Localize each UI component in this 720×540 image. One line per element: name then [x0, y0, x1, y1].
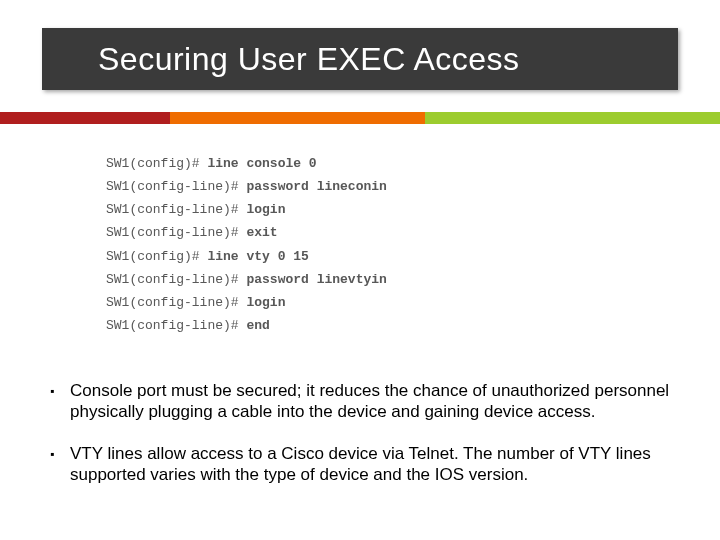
code-line: SW1(config)# line console 0: [106, 152, 660, 175]
bullet-list: ▪ Console port must be secured; it reduc…: [48, 380, 678, 505]
title-bar: Securing User EXEC Access: [42, 28, 678, 90]
bullet-item: ▪ VTY lines allow access to a Cisco devi…: [48, 443, 678, 486]
stripe-segment-green: [425, 112, 720, 124]
cli-command: login: [246, 202, 285, 217]
accent-stripe: [0, 112, 720, 124]
cli-prompt: SW1(config-line)#: [106, 225, 239, 240]
code-line: SW1(config-line)# login: [106, 198, 660, 221]
stripe-segment-orange: [170, 112, 425, 124]
cli-command: login: [246, 295, 285, 310]
code-line: SW1(config-line)# login: [106, 291, 660, 314]
bullet-text: Console port must be secured; it reduces…: [70, 380, 678, 423]
cli-command: exit: [246, 225, 277, 240]
cli-prompt: SW1(config-line)#: [106, 318, 239, 333]
bullet-square-icon: ▪: [48, 380, 70, 402]
cli-prompt: SW1(config-line)#: [106, 179, 239, 194]
cli-prompt: SW1(config)#: [106, 249, 200, 264]
bullet-text: VTY lines allow access to a Cisco device…: [70, 443, 678, 486]
cli-prompt: SW1(config-line)#: [106, 272, 239, 287]
cli-command: password lineconin: [246, 179, 386, 194]
cli-prompt: SW1(config-line)#: [106, 295, 239, 310]
code-line: SW1(config-line)# exit: [106, 221, 660, 244]
cli-command: password linevtyin: [246, 272, 386, 287]
bullet-item: ▪ Console port must be secured; it reduc…: [48, 380, 678, 423]
slide-title: Securing User EXEC Access: [98, 41, 520, 78]
code-line: SW1(config)# line vty 0 15: [106, 245, 660, 268]
cli-command: line console 0: [207, 156, 316, 171]
cli-prompt: SW1(config)#: [106, 156, 200, 171]
cli-command: end: [246, 318, 269, 333]
code-line: SW1(config-line)# password linevtyin: [106, 268, 660, 291]
code-line: SW1(config-line)# password lineconin: [106, 175, 660, 198]
cli-code-block: SW1(config)# line console 0 SW1(config-l…: [106, 152, 660, 337]
bullet-square-icon: ▪: [48, 443, 70, 465]
cli-prompt: SW1(config-line)#: [106, 202, 239, 217]
code-line: SW1(config-line)# end: [106, 314, 660, 337]
stripe-segment-red: [0, 112, 170, 124]
cli-command: line vty 0 15: [207, 249, 308, 264]
